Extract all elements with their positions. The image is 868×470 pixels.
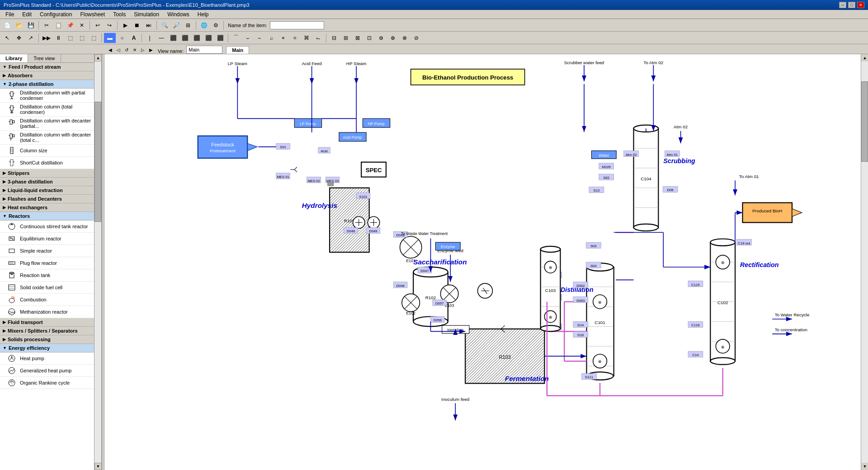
tb-undo[interactable]: ↩ (92, 20, 103, 30)
tb2-curve5[interactable]: ⌖ (278, 33, 288, 43)
tb2-curve1[interactable]: ⌒ (231, 33, 241, 43)
tb2-line1[interactable]: ⬛ (168, 33, 179, 43)
tb-fit[interactable]: ⊞ (183, 20, 193, 30)
tb2-b1[interactable]: ⬚ (65, 33, 75, 43)
item-distill-partial[interactable]: Distillation column with partial condens… (0, 89, 101, 103)
v-scroll-thumb[interactable] (861, 81, 868, 162)
item-distill-decanter-partial[interactable]: Distillation column with decanter (parti… (0, 117, 101, 131)
menu-simulation[interactable]: Simulation (130, 10, 163, 19)
category-reactors[interactable]: ▼ Reactors (0, 212, 101, 221)
menu-flowsheet[interactable]: Flowsheet (76, 10, 108, 19)
restore-button[interactable]: □ (848, 2, 855, 8)
tb2-vert-line[interactable]: | (144, 33, 155, 43)
item-reaction-tank[interactable]: Reaction tank (0, 269, 101, 282)
scroll-down-arrow[interactable]: ▼ (94, 463, 102, 470)
item-heat-pump[interactable]: Heat pump (0, 352, 101, 365)
tb2-line5[interactable]: ⬛ (215, 33, 226, 43)
tb2-curve2[interactable]: ⌣ (242, 33, 253, 43)
item-gen-heat-pump[interactable]: Generalized heat pump (0, 365, 101, 377)
tb-globe[interactable]: 🌐 (198, 20, 209, 30)
item-cstr[interactable]: Continuous stirred tank reactor (0, 221, 101, 233)
view-name-input[interactable] (186, 46, 222, 54)
scroll-thumb[interactable] (94, 102, 101, 222)
tb-open[interactable]: 📂 (14, 20, 24, 30)
tb-new[interactable]: 📄 (2, 20, 13, 30)
minimize-button[interactable]: ─ (839, 2, 846, 8)
menu-file[interactable]: File (2, 10, 18, 19)
item-organic-rankine[interactable]: Organic Rankine cycle (0, 377, 101, 389)
item-column-size[interactable]: Column size (0, 145, 101, 157)
tb2-connect[interactable]: ↗ (25, 33, 36, 43)
category-energy[interactable]: ▼ Energy efficiency (0, 344, 101, 352)
tb-zoom-in[interactable]: 🔍 (159, 20, 170, 30)
menu-configuration[interactable]: Configuration (36, 10, 75, 19)
menu-help[interactable]: Help (194, 10, 212, 19)
tb-paste[interactable]: 📌 (65, 20, 75, 30)
tb2-pause[interactable]: ⏸ (53, 33, 64, 43)
tb-cut[interactable]: ✂ (41, 20, 52, 30)
item-distill-total[interactable]: Distillation column (total condenser) (0, 103, 101, 117)
nav-fwd2[interactable]: ▶ (147, 46, 155, 54)
tb-settings[interactable]: ⚙ (210, 20, 221, 30)
item-combustion[interactable]: Combustion (0, 294, 101, 306)
menu-edit[interactable]: Edit (19, 10, 35, 19)
nav-fwd[interactable]: ▷ (139, 46, 147, 54)
category-2phase[interactable]: ▼ 2-phase distillation (0, 80, 101, 89)
nav-reload[interactable]: ↺ (123, 46, 131, 54)
tab-main[interactable]: Main (226, 46, 249, 54)
close-button[interactable]: ✕ (857, 2, 864, 8)
category-feed[interactable]: ▼ Feed / Product stream (0, 63, 101, 71)
item-pfr[interactable]: Plug flow reactor (0, 257, 101, 269)
tb-step[interactable]: ⏭ (143, 20, 154, 30)
category-hx[interactable]: ▶ Heat exchangers (0, 203, 101, 212)
item-methanization[interactable]: CH4 Methanization reactor (0, 306, 101, 318)
tb2-rect[interactable]: ▬ (104, 33, 116, 43)
sidebar-tab-treeview[interactable]: Tree view (28, 54, 61, 62)
tb2-horiz-line[interactable]: — (156, 33, 167, 43)
tb2-align1[interactable]: ⊟ (329, 33, 340, 43)
scroll-up-arrow[interactable]: ▲ (94, 54, 102, 61)
canvas-content[interactable]: Bio-Ethanol Production Process LP Steam … (104, 54, 861, 470)
tb-copy[interactable]: 📋 (53, 20, 64, 30)
scroll-up-btn[interactable]: ▲ (861, 54, 868, 61)
tb2-curve4[interactable]: ⌕ (266, 33, 277, 43)
tb-save[interactable]: 💾 (25, 20, 36, 30)
tb2-align7[interactable]: ⊗ (399, 33, 410, 43)
item-shortcut[interactable]: ShortCut distillation (0, 157, 101, 169)
tb-redo[interactable]: ↪ (104, 20, 115, 30)
tb2-move[interactable]: ✥ (14, 33, 24, 43)
tb2-b2[interactable]: ⬚ (76, 33, 87, 43)
nav-back[interactable]: ◀ (106, 46, 114, 54)
tb2-text[interactable]: A (128, 33, 139, 43)
item-distill-decanter-total[interactable]: Distillation column with decanter (total… (0, 131, 101, 145)
tb-zoom-out[interactable]: 🔎 (171, 20, 182, 30)
item-sofc[interactable]: Solid oxide fuel cell (0, 282, 101, 294)
category-absorbers[interactable]: ▶ Absorbers (0, 71, 101, 80)
item-simple-reactor[interactable]: Simple reactor (0, 245, 101, 257)
tb2-run-all[interactable]: ▶▶ (41, 33, 52, 43)
menu-tools[interactable]: Tools (109, 10, 129, 19)
tb-run[interactable]: ▶ (120, 20, 131, 30)
tb2-curve3[interactable]: ⌢ (254, 33, 265, 43)
menu-windows[interactable]: Windows (164, 10, 193, 19)
scroll-down-btn[interactable]: ▼ (861, 463, 868, 470)
nav-back2[interactable]: ◁ (114, 46, 123, 54)
tb2-ellipse[interactable]: ○ (117, 33, 127, 43)
sidebar-tab-library[interactable]: Library (0, 54, 28, 62)
tb2-line2[interactable]: ⬛ (179, 33, 190, 43)
tb2-b3[interactable]: ⬚ (88, 33, 99, 43)
tb-stop[interactable]: ⏹ (132, 20, 142, 30)
tb2-align3[interactable]: ⊠ (352, 33, 363, 43)
tb2-align6[interactable]: ⊕ (387, 33, 398, 43)
category-fluid[interactable]: ▶ Fluid transport (0, 318, 101, 327)
category-mixers[interactable]: ▶ Mixers / Splitters / Separators (0, 327, 101, 335)
tb2-line3[interactable]: ⬛ (191, 33, 202, 43)
tb2-align8[interactable]: ⊘ (411, 33, 422, 43)
tb2-curve8[interactable]: ⌙ (313, 33, 324, 43)
category-lle[interactable]: ▶ Liquid-liquid extraction (0, 186, 101, 195)
category-3phase[interactable]: ▶ 3-phase distillation (0, 178, 101, 186)
tb2-line4[interactable]: ⬛ (203, 33, 214, 43)
category-solids[interactable]: ▶ Solids processing (0, 335, 101, 344)
tb2-align2[interactable]: ⊞ (340, 33, 351, 43)
tb2-curve7[interactable]: ⌘ (301, 33, 312, 43)
